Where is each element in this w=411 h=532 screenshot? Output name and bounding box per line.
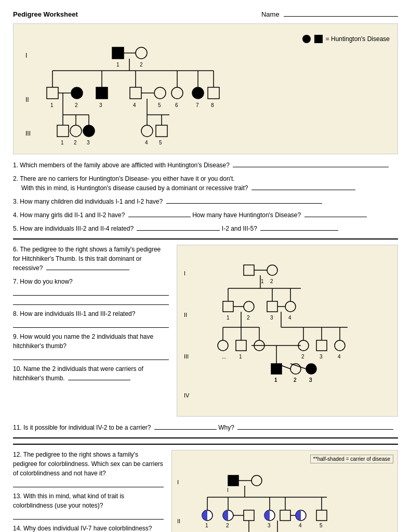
svg-point-31	[192, 87, 204, 99]
q3-number: 3.	[13, 198, 20, 205]
svg-point-50	[141, 125, 153, 137]
question-7: 7. How do you know?	[13, 277, 169, 305]
q11-text1: Is it possible for individual IV-2 to be…	[23, 424, 151, 431]
svg-rect-73	[267, 301, 277, 312]
section-divider-2	[13, 437, 398, 438]
question-13: 13. With this in mind, what kind of trai…	[13, 491, 164, 520]
svg-rect-96	[316, 340, 327, 351]
svg-text:3: 3	[268, 523, 271, 528]
svg-point-45	[83, 125, 95, 137]
legend-text: = Huntington's Disease	[326, 35, 390, 43]
q7-number: 7.	[13, 278, 20, 285]
q7-text: How do you know?	[20, 278, 72, 285]
q3-text: How many children did individuals I-1 an…	[20, 198, 163, 205]
svg-text:1: 1	[50, 102, 54, 108]
q4-number: 4.	[13, 211, 20, 219]
svg-text:2: 2	[301, 354, 304, 360]
bottom-section: 12. The pedigree to the right shows a fa…	[13, 444, 398, 532]
q1-text: Which members of the family above are af…	[20, 162, 230, 169]
q2-text2: With this in mind, is Huntington's disea…	[21, 184, 248, 192]
svg-text:1: 1	[116, 62, 120, 68]
svg-text:4: 4	[133, 102, 136, 108]
svg-point-69	[244, 301, 254, 312]
svg-rect-19	[96, 87, 108, 99]
q12-text: The pedigree to the right shows a family…	[13, 451, 163, 477]
svg-text:5: 5	[158, 102, 161, 108]
name-field: Name	[261, 10, 398, 18]
svg-point-82	[218, 340, 228, 351]
question-4: 4. How many girls did II-1 and II-2 have…	[13, 210, 398, 220]
question-5: 5. How are individuals III-2 and II-4 re…	[13, 224, 398, 233]
middle-section: 6. The pedigree to the right shows a fam…	[13, 245, 398, 417]
svg-text:I: I	[184, 270, 185, 276]
svg-text:II: II	[184, 312, 187, 318]
svg-point-76	[285, 301, 296, 312]
svg-text:6: 6	[175, 102, 178, 108]
question-6: 6. The pedigree to the right shows a fam…	[13, 245, 169, 273]
svg-rect-39	[57, 125, 69, 137]
q8-number: 8.	[13, 310, 20, 317]
pedigree-diagram-2: I II III IV 1 2 1 2 3	[181, 249, 374, 410]
svg-rect-67	[223, 301, 233, 312]
question-8: 8. How are individuals III-1 and III-2 r…	[13, 309, 169, 328]
svg-text:3: 3	[87, 140, 90, 145]
svg-text:1: 1	[61, 140, 64, 145]
q14-number: 14.	[13, 525, 23, 532]
q5-answer1[interactable]	[137, 230, 220, 231]
page-header: Pedigree Worksheet Name	[13, 10, 398, 18]
q12-answer[interactable]	[13, 479, 164, 487]
svg-text:2: 2	[226, 523, 229, 528]
q4-answer2[interactable]	[304, 217, 367, 217]
question-12: 12. The pedigree to the right shows a fa…	[13, 450, 164, 487]
q7-answer[interactable]	[13, 287, 169, 296]
q13-text: With this in mind, what kind of trait is…	[13, 493, 124, 509]
q12-number: 12.	[13, 451, 23, 458]
svg-rect-117	[176, 466, 181, 476]
svg-text:2: 2	[294, 377, 297, 383]
svg-text:1: 1	[227, 315, 230, 321]
svg-point-99	[335, 340, 345, 351]
q4-answer1[interactable]	[128, 217, 191, 217]
question-3: 3. How many children did individuals I-1…	[13, 197, 398, 206]
svg-text:5: 5	[159, 140, 162, 145]
svg-text:IV: IV	[184, 392, 190, 398]
questions-section-2: 6. The pedigree to the right shows a fam…	[13, 245, 169, 417]
q1-answer[interactable]	[233, 167, 389, 167]
q8-answer[interactable]	[13, 320, 169, 328]
svg-text:II: II	[25, 96, 29, 103]
q11-answer2[interactable]	[237, 429, 393, 430]
name-label: Name	[261, 10, 280, 18]
q10-answer[interactable]	[68, 380, 130, 380]
svg-text:4: 4	[299, 523, 302, 528]
q11-answer1[interactable]	[154, 429, 217, 430]
svg-text:4: 4	[145, 140, 148, 145]
svg-rect-53	[156, 125, 167, 137]
svg-point-107	[306, 364, 316, 374]
q2-answer[interactable]	[251, 190, 355, 190]
svg-point-61	[267, 265, 277, 275]
name-input-line[interactable]	[284, 16, 398, 17]
svg-rect-5	[112, 47, 124, 59]
svg-point-8	[136, 47, 147, 59]
q6-answer[interactable]	[46, 270, 129, 270]
question-10: 10. Name the 2 individuals that were car…	[13, 364, 169, 383]
q9-answer[interactable]	[13, 352, 169, 360]
question-9: 9. How would you name the 2 individuals …	[13, 332, 169, 360]
q7-answer-2[interactable]	[13, 297, 169, 305]
svg-text:3: 3	[99, 102, 102, 108]
svg-rect-13	[47, 87, 58, 99]
questions-section-1: 1. Which members of the family above are…	[13, 161, 398, 233]
q3-answer[interactable]	[166, 203, 322, 204]
svg-rect-119	[228, 475, 238, 486]
q11-number: 11.	[13, 424, 23, 431]
q13-answer[interactable]	[13, 511, 164, 520]
svg-text:2: 2	[247, 315, 250, 321]
q5-answer2[interactable]	[260, 230, 338, 231]
svg-text:7: 7	[196, 102, 199, 108]
half-shaded-label: **half-shaded = carrier of disease	[310, 455, 393, 463]
q14-text: Why does individual IV-7 have colorblind…	[23, 525, 152, 532]
svg-rect-59	[244, 265, 254, 275]
svg-text:III: III	[184, 353, 189, 360]
q6-text: The pedigree to the right shows a family…	[13, 246, 161, 272]
q2-text1: There are no carriers for Huntington's D…	[20, 175, 234, 182]
